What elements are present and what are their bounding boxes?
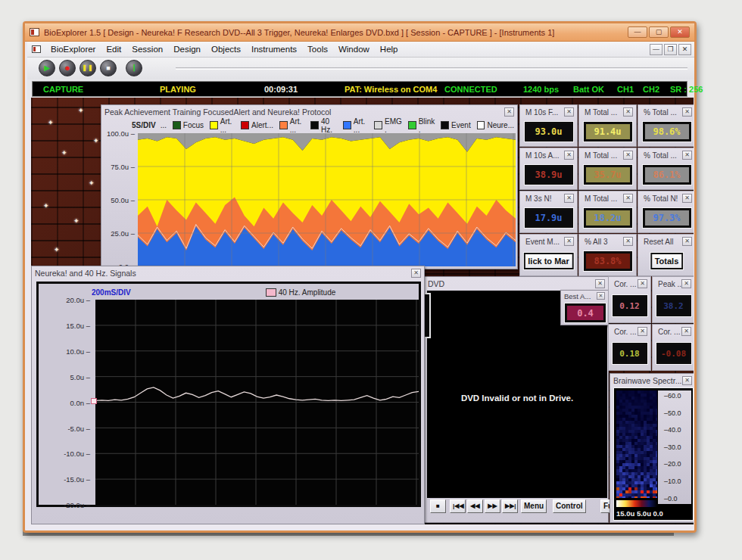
menu-help[interactable]: Help xyxy=(375,43,404,55)
spectrum-title: Brainwave Spectr... xyxy=(613,376,681,385)
axis-tick: 25.0u – xyxy=(104,229,135,238)
menu-tools[interactable]: Tools xyxy=(302,43,333,55)
menu-edit[interactable]: Edit xyxy=(101,43,126,55)
menu-instruments[interactable]: Instruments xyxy=(246,43,302,55)
play-button[interactable]: ▶ xyxy=(39,60,55,76)
maximize-icon[interactable]: ▢ xyxy=(649,26,669,38)
meter-10: % All 3✕83.8% xyxy=(578,234,637,276)
menu-bioexplorer[interactable]: BioExplorer xyxy=(45,43,101,55)
legend-swatch xyxy=(310,121,319,129)
spectrum-tick: –40.0 xyxy=(664,426,681,434)
dvd-transport-2[interactable]: ◀◀ xyxy=(467,499,483,513)
status-capture: CAPTURE xyxy=(43,85,83,94)
wallpaper-sparkle: ✦ xyxy=(89,179,95,187)
legend-label: 40 Hz. xyxy=(321,117,337,134)
meter-close-icon[interactable]: ✕ xyxy=(638,279,647,288)
record-icon: ● xyxy=(64,64,70,72)
scope-close-icon[interactable]: ✕ xyxy=(411,269,421,278)
scope-frame: 200mS/DIV 40 Hz. Amplitude 20.0u –15.0u … xyxy=(36,282,421,507)
dvd-transport-0[interactable]: ■ xyxy=(430,499,446,513)
menu-objects[interactable]: Objects xyxy=(206,43,246,55)
meter-close-icon[interactable]: ✕ xyxy=(682,107,692,117)
axis-tick: -10.0u – xyxy=(55,450,90,458)
meter-close-icon[interactable]: ✕ xyxy=(564,151,574,160)
wallpaper-sparkle: ✦ xyxy=(61,149,67,157)
meter-value: -0.08 xyxy=(659,345,689,362)
play-icon: ▶ xyxy=(44,64,50,72)
menu-session[interactable]: Session xyxy=(126,43,168,55)
power-button[interactable]: ⏽ xyxy=(126,60,142,76)
meter-value: 35.7u xyxy=(586,167,630,182)
legend-swatch xyxy=(477,121,485,129)
cor-meter-0: Cor. ...✕0.12 xyxy=(608,276,651,323)
meter-title: Cor. ... xyxy=(658,328,680,336)
wallpaper-sparkle: ✦ xyxy=(48,119,54,126)
meter-display: 35.7u xyxy=(584,165,632,185)
spectrum-gradient-bar xyxy=(616,500,657,507)
dvd-button-menu[interactable]: Menu xyxy=(521,499,547,513)
spectrum-title-bar[interactable]: Brainwave Spectr... ✕ xyxy=(610,374,694,387)
meter-display: 17.9u xyxy=(525,208,573,228)
meter-close-icon[interactable]: ✕ xyxy=(623,107,633,117)
wallpaper-sparkle: ✦ xyxy=(54,246,60,254)
best-close-icon[interactable]: ✕ xyxy=(597,292,605,300)
meter-button[interactable]: lick to Mar xyxy=(523,253,573,269)
stop-button[interactable]: ■ xyxy=(100,60,117,76)
dvd-title: DVD xyxy=(428,279,444,288)
meter-close-icon[interactable]: ✕ xyxy=(623,194,633,203)
meter-value: 83.8% xyxy=(586,254,630,269)
title-bar[interactable]: BioExplorer 1.5 [ Design - Neureka! F Re… xyxy=(25,23,694,42)
meter-close-icon[interactable]: ✕ xyxy=(564,107,574,117)
minimize-icon[interactable]: — xyxy=(628,26,647,38)
meter-close-icon[interactable]: ✕ xyxy=(564,194,574,203)
trend-title-bar[interactable]: Peak Achievement Training FocusedAlert a… xyxy=(101,105,517,118)
meter-close-icon[interactable]: ✕ xyxy=(682,151,692,160)
meter-8: % Total N!✕97.3% xyxy=(638,191,694,233)
axis-tick: 10.0u – xyxy=(55,347,90,356)
child-restore-icon[interactable]: ❐ xyxy=(664,44,677,55)
menu-bar: BioExplorerEditSessionDesignObjectsInstr… xyxy=(27,42,694,58)
spectrum-close-icon[interactable]: ✕ xyxy=(682,376,692,385)
meter-close-icon[interactable]: ✕ xyxy=(681,279,691,288)
spectrum-tick: –60.0 xyxy=(664,392,681,400)
meter-title: M Total ... xyxy=(585,108,617,117)
meter-4: M Total ...✕35.7u xyxy=(578,148,637,190)
meter-value: 93.0u xyxy=(527,124,571,139)
pause-button[interactable]: ❚❚ xyxy=(80,60,96,76)
meter-title: M 3s N! xyxy=(525,194,551,203)
spectrum-tick: –50.0 xyxy=(664,409,681,417)
meter-close-icon[interactable]: ✕ xyxy=(564,237,574,246)
meter-close-icon[interactable]: ✕ xyxy=(682,237,692,246)
meter-display: 86.1% xyxy=(643,165,691,185)
meter-button[interactable]: Totals xyxy=(650,253,684,269)
child-minimize-icon[interactable]: — xyxy=(650,44,662,55)
scope-trace-marker[interactable] xyxy=(91,398,97,404)
dvd-transport-3[interactable]: ▶▶ xyxy=(485,499,500,513)
legend-swatch xyxy=(441,121,449,129)
meter-close-icon[interactable]: ✕ xyxy=(623,237,633,246)
record-button[interactable]: ● xyxy=(59,60,76,76)
dvd-transport-1[interactable]: |◀◀ xyxy=(450,499,466,513)
dvd-transport-4[interactable]: ▶▶| xyxy=(502,499,518,513)
menu-design[interactable]: Design xyxy=(168,43,206,55)
meter-close-icon[interactable]: ✕ xyxy=(638,327,647,336)
best-title-bar[interactable]: Best A... ✕ xyxy=(561,291,608,301)
close-icon[interactable]: ✕ xyxy=(670,26,690,38)
dvd-title-bar[interactable]: DVD ✕ xyxy=(425,277,608,290)
scope-title-bar[interactable]: Neureka! and 40 Hz. Signals ✕ xyxy=(32,266,424,279)
meter-close-icon[interactable]: ✕ xyxy=(681,327,691,336)
child-close-icon[interactable]: ✕ xyxy=(678,44,691,55)
meter-title: % Total ... xyxy=(644,151,677,160)
meter-value: 97.3% xyxy=(645,210,689,226)
meter-close-icon[interactable]: ✕ xyxy=(623,151,633,160)
meter-title: Reset All xyxy=(644,238,673,246)
legend-label: Neure... xyxy=(487,121,514,129)
trend-close-icon[interactable]: ✕ xyxy=(504,107,514,117)
mdi-child-icon[interactable] xyxy=(32,45,41,53)
dvd-button-control[interactable]: Control xyxy=(553,499,586,513)
menu-window[interactable]: Window xyxy=(333,43,375,55)
meter-display: 38.9u xyxy=(525,165,573,185)
meter-close-icon[interactable]: ✕ xyxy=(682,194,692,203)
axis-tick: 0.0n – xyxy=(55,399,90,407)
dvd-close-icon[interactable]: ✕ xyxy=(595,279,605,288)
